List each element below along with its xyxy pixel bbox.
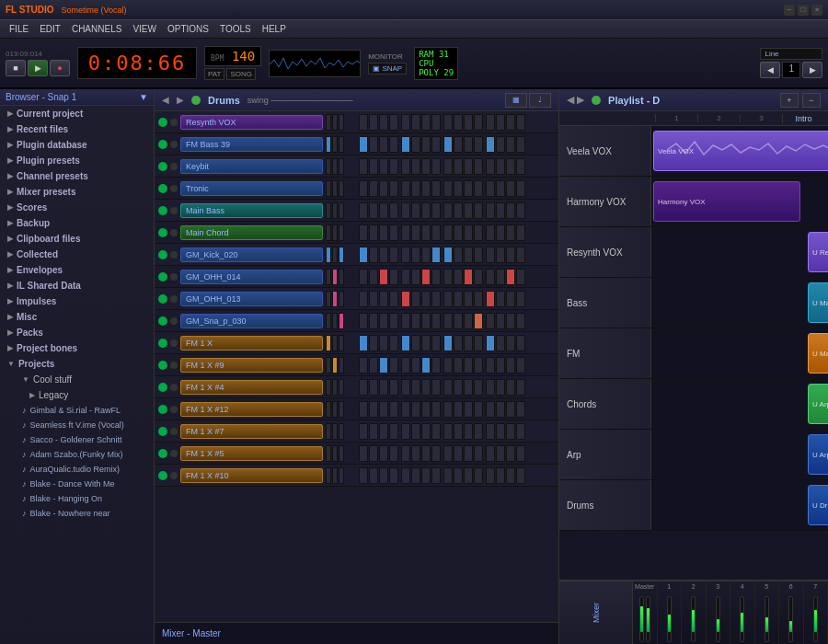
mini-step[interactable]: [332, 401, 338, 418]
step-btn[interactable]: [359, 423, 368, 440]
step-btn[interactable]: [401, 202, 410, 219]
step-btn[interactable]: [496, 313, 505, 329]
step-btn[interactable]: [486, 158, 495, 175]
step-btn[interactable]: [389, 401, 398, 418]
step-btn[interactable]: [506, 158, 515, 175]
step-btn[interactable]: [454, 202, 463, 219]
step-btn[interactable]: [401, 401, 410, 418]
step-btn[interactable]: [516, 335, 525, 351]
step-btn[interactable]: [411, 158, 420, 175]
channel-name[interactable]: FM Bass 39: [180, 137, 323, 152]
step-btn[interactable]: [431, 158, 441, 175]
step-btn[interactable]: [401, 379, 410, 396]
step-btn[interactable]: [431, 114, 441, 131]
step-btn[interactable]: [411, 180, 420, 197]
step-btn[interactable]: [474, 291, 483, 307]
step-btn[interactable]: [379, 357, 388, 374]
step-btn[interactable]: [369, 158, 378, 175]
channel-active-btn[interactable]: [158, 471, 167, 480]
channel-mute-btn[interactable]: [170, 207, 178, 214]
step-btn[interactable]: [379, 423, 388, 440]
mini-step[interactable]: [326, 247, 331, 263]
step-btn[interactable]: [486, 423, 495, 440]
step-btn[interactable]: [506, 247, 515, 263]
step-btn[interactable]: [411, 247, 420, 263]
step-btn[interactable]: [359, 467, 368, 484]
step-btn[interactable]: [431, 291, 441, 307]
step-btn[interactable]: [496, 158, 505, 175]
sidebar-item-clipboard[interactable]: ▶ Clipboard files: [0, 231, 154, 247]
step-btn[interactable]: [506, 291, 515, 307]
step-btn[interactable]: [474, 114, 483, 131]
step-btn[interactable]: [369, 136, 378, 153]
step-btn[interactable]: [369, 269, 378, 285]
minimize-button[interactable]: −: [784, 5, 795, 16]
step-btn[interactable]: [431, 180, 441, 197]
mini-step[interactable]: [332, 313, 338, 329]
step-btn[interactable]: [496, 423, 505, 440]
channel-name[interactable]: Main Bass: [180, 203, 323, 218]
mini-step[interactable]: [339, 114, 344, 131]
mini-step[interactable]: [339, 357, 344, 374]
step-btn[interactable]: [464, 291, 473, 307]
step-btn[interactable]: [486, 401, 495, 418]
mini-step[interactable]: [326, 291, 331, 307]
step-btn[interactable]: [454, 269, 463, 285]
step-btn[interactable]: [516, 423, 525, 440]
mini-step[interactable]: [326, 202, 331, 219]
step-btn[interactable]: [431, 467, 441, 484]
mini-step[interactable]: [332, 202, 338, 219]
mini-step[interactable]: [339, 202, 344, 219]
step-btn[interactable]: [369, 445, 378, 462]
step-btn[interactable]: [421, 423, 431, 440]
sidebar-file-4[interactable]: ♪ Adam Szabo.(Funky Mix): [0, 447, 154, 462]
menu-help[interactable]: HELP: [257, 22, 292, 36]
step-btn[interactable]: [359, 335, 368, 351]
rack-piano-btn[interactable]: ♩: [529, 93, 551, 108]
mini-step[interactable]: [332, 247, 338, 263]
step-btn[interactable]: [411, 401, 420, 418]
step-btn[interactable]: [474, 224, 483, 241]
step-btn[interactable]: [369, 467, 378, 484]
mini-step[interactable]: [332, 445, 338, 462]
track-content[interactable]: U Drums #2 U Drums #2 U Dru: [651, 480, 828, 530]
step-btn[interactable]: [389, 247, 398, 263]
step-btn[interactable]: [516, 247, 525, 263]
step-btn[interactable]: [506, 224, 515, 241]
step-btn[interactable]: [379, 401, 388, 418]
step-btn[interactable]: [454, 445, 463, 462]
sidebar-item-channel-presets[interactable]: ▶ Channel presets: [0, 168, 154, 184]
step-btn[interactable]: [486, 224, 495, 241]
mini-step[interactable]: [332, 114, 338, 131]
step-btn[interactable]: [421, 158, 431, 175]
step-btn[interactable]: [411, 423, 420, 440]
step-btn[interactable]: [421, 224, 431, 241]
step-btn[interactable]: [411, 269, 420, 285]
mini-step[interactable]: [332, 467, 338, 484]
step-btn[interactable]: [359, 158, 368, 175]
mini-step[interactable]: [339, 379, 344, 396]
step-btn[interactable]: [359, 224, 368, 241]
mini-step[interactable]: [332, 357, 338, 374]
channel-mute-btn[interactable]: [170, 384, 178, 391]
step-btn[interactable]: [443, 247, 453, 263]
step-btn[interactable]: [474, 202, 483, 219]
step-btn[interactable]: [486, 202, 495, 219]
step-btn[interactable]: [496, 379, 505, 396]
channel-name[interactable]: GM_OHH_014: [180, 270, 323, 284]
channel-mute-btn[interactable]: [170, 406, 178, 413]
channel-name[interactable]: FM 1 X #12: [180, 402, 323, 417]
step-btn[interactable]: [454, 335, 463, 351]
step-btn[interactable]: [379, 291, 388, 307]
playlist-nav[interactable]: ◀ ▶: [567, 94, 584, 106]
step-btn[interactable]: [431, 224, 441, 241]
channel-active-btn[interactable]: [158, 339, 167, 348]
channel-name[interactable]: Resynth VOX: [180, 115, 323, 130]
mini-step[interactable]: [332, 423, 338, 440]
channel-mute-btn[interactable]: [170, 472, 178, 479]
step-btn[interactable]: [486, 114, 495, 131]
step-btn[interactable]: [421, 247, 431, 263]
step-btn[interactable]: [464, 269, 473, 285]
channel-mute-btn[interactable]: [170, 273, 178, 281]
step-btn[interactable]: [401, 158, 410, 175]
